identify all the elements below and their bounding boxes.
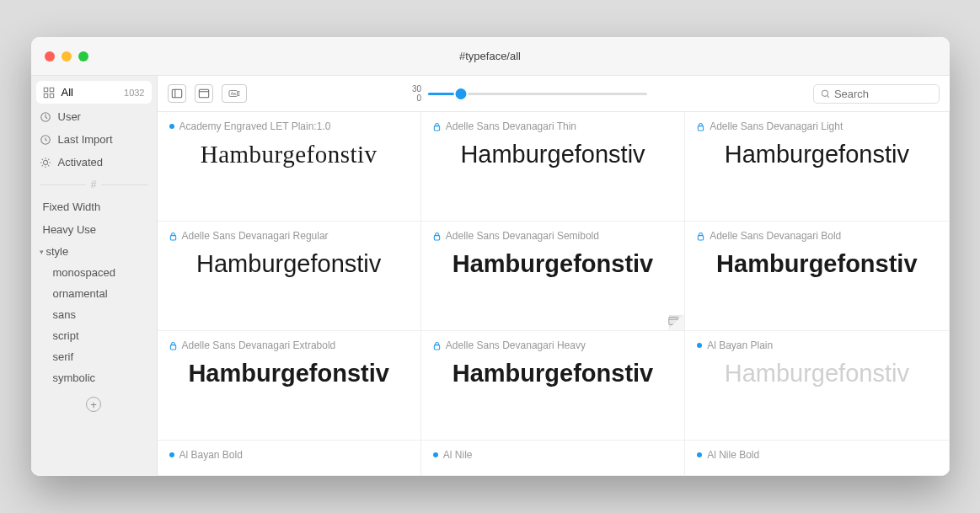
font-preview: Hamburgefonstiv [433, 360, 672, 387]
sidebar-item-serif[interactable]: serif [31, 346, 157, 367]
font-cell[interactable]: Al Bayan PlainHamburgefonstiv [685, 331, 949, 441]
toolbar: Aa 30 0 [158, 76, 950, 112]
slider-thumb[interactable] [456, 88, 467, 99]
preview-text-button[interactable]: Aa [222, 84, 247, 103]
font-cell-header: Adelle Sans Devanagari Bold [697, 230, 936, 242]
lock-icon [433, 341, 441, 350]
svg-rect-7 [172, 89, 181, 98]
user-icon [40, 111, 51, 123]
search-box[interactable] [813, 84, 940, 104]
sidebar-item-monospaced[interactable]: monospaced [31, 262, 157, 283]
zoom-button[interactable] [78, 51, 88, 61]
font-name: Adelle Sans Devanagari Thin [446, 120, 576, 132]
sidebar-item-label: Heavy Use [43, 223, 97, 236]
status-dot-icon [169, 124, 174, 129]
font-cell[interactable]: Adelle Sans Devanagari ExtraboldHamburge… [158, 331, 421, 441]
sidebar-item-script[interactable]: script [31, 325, 157, 346]
font-cell[interactable]: Adelle Sans Devanagari SemiboldHamburgef… [421, 222, 685, 331]
svg-rect-15 [434, 235, 439, 239]
svg-rect-0 [44, 88, 47, 91]
size-slider[interactable] [428, 93, 647, 95]
sidebar-item-label: User [58, 110, 81, 123]
font-cell[interactable]: Adelle Sans Devanagari ThinHamburgefonst… [421, 112, 685, 222]
svg-point-11 [822, 90, 827, 96]
svg-text:Aa: Aa [230, 91, 235, 96]
font-preview: Hamburgefonstiv [169, 250, 409, 278]
font-preview: Hamburgefonstiv [697, 360, 936, 387]
sidebar-item-user[interactable]: User [31, 105, 157, 128]
slider-value-bottom: 0 [412, 94, 421, 103]
chevron-down-icon: ▾ [40, 248, 44, 256]
sidebar-item-heavy-use[interactable]: Heavy Use [31, 218, 157, 241]
font-preview: Hamburgefonstiv [433, 250, 672, 278]
app-window: #typeface/all All 1032 User Last Import … [31, 37, 950, 476]
font-grid: Academy Engraved LET Plain:1.0Hamburgefo… [158, 112, 950, 476]
font-cell[interactable]: Al Bayan Bold [158, 441, 421, 476]
font-cell-header: Al Nile Bold [697, 449, 936, 461]
svg-point-6 [43, 160, 47, 164]
svg-rect-19 [434, 345, 439, 349]
sidebar-item-label: Last Import [58, 133, 113, 146]
lock-icon [433, 232, 441, 241]
font-cell[interactable]: Adelle Sans Devanagari RegularHamburgefo… [158, 222, 421, 331]
status-dot-icon [433, 452, 438, 457]
font-name: Al Nile Bold [707, 449, 759, 461]
font-preview: Hamburgefonstiv [697, 141, 936, 168]
font-name: Al Bayan Bold [179, 449, 243, 461]
sun-icon [40, 157, 51, 168]
font-cell[interactable]: Al Nile [421, 441, 685, 476]
font-preview: Hamburgefonstiv [169, 141, 409, 168]
font-cell[interactable]: Adelle Sans Devanagari BoldHamburgefonst… [685, 222, 949, 331]
svg-rect-2 [44, 94, 47, 97]
sidebar-group-label: style [46, 245, 69, 258]
add-tag-button[interactable]: + [31, 388, 157, 420]
font-name: Academy Engraved LET Plain:1.0 [179, 120, 331, 132]
font-name: Adelle Sans Devanagari Extrabold [182, 339, 336, 351]
view-cards-button[interactable] [195, 84, 213, 103]
font-cell[interactable]: Academy Engraved LET Plain:1.0Hamburgefo… [158, 112, 421, 222]
window-title: #typeface/all [459, 50, 521, 62]
card-icon[interactable] [667, 315, 679, 327]
sidebar-item-activated[interactable]: Activated [31, 151, 157, 174]
search-input[interactable] [834, 88, 932, 100]
font-cell-header: Al Bayan Bold [169, 449, 409, 461]
sidebar-group-style[interactable]: ▾ style [31, 241, 157, 262]
grid-icon [43, 87, 55, 99]
app-body: All 1032 User Last Import Activated # Fi… [31, 76, 950, 476]
sidebar-item-ornamental[interactable]: ornamental [31, 283, 157, 304]
sidebar-item-all[interactable]: All 1032 [36, 81, 152, 104]
lock-icon [169, 232, 177, 241]
sidebar-item-symbolic[interactable]: symbolic [31, 367, 157, 388]
sidebar-item-fixed-width[interactable]: Fixed Width [31, 195, 157, 218]
plus-icon: + [86, 397, 101, 412]
status-dot-icon [169, 452, 174, 457]
font-cell[interactable]: Adelle Sans Devanagari LightHamburgefons… [685, 112, 949, 222]
font-cell-header: Al Bayan Plain [697, 339, 936, 351]
font-cell-header: Adelle Sans Devanagari Extrabold [169, 339, 409, 351]
font-name: Al Bayan Plain [707, 339, 773, 351]
svg-rect-16 [669, 318, 678, 325]
lock-icon [169, 341, 177, 350]
font-cell-header: Al Nile [433, 449, 672, 461]
svg-rect-12 [434, 126, 439, 130]
sidebar-item-last-import[interactable]: Last Import [31, 128, 157, 151]
sidebar-item-sans[interactable]: sans [31, 304, 157, 325]
minimize-button[interactable] [62, 51, 72, 61]
sidebar-item-label: Fixed Width [43, 200, 101, 213]
font-name: Adelle Sans Devanagari Semibold [446, 230, 599, 242]
toggle-sidebar-button[interactable] [168, 84, 186, 103]
font-preview: Hamburgefonstiv [433, 141, 672, 168]
lock-icon [697, 232, 704, 241]
traffic-lights [31, 51, 88, 61]
clock-icon [40, 134, 51, 146]
slider-value-top: 30 [412, 84, 421, 94]
svg-rect-17 [699, 235, 704, 239]
font-cell-header: Adelle Sans Devanagari Regular [169, 230, 409, 242]
font-cell[interactable]: Al Nile Bold [685, 441, 949, 476]
size-slider-area: 30 0 [255, 84, 805, 103]
font-cell[interactable]: Adelle Sans Devanagari HeavyHamburgefons… [421, 331, 685, 441]
font-preview: Hamburgefonstiv [169, 360, 409, 387]
font-name: Adelle Sans Devanagari Heavy [446, 339, 586, 351]
close-button[interactable] [45, 51, 55, 61]
sidebar-item-count: 1032 [124, 88, 144, 98]
